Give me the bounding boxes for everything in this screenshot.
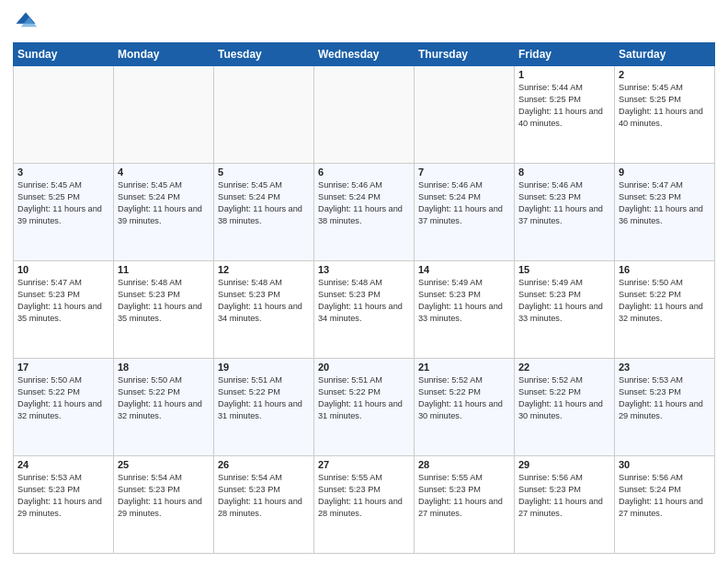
day-info: Sunrise: 5:55 AM Sunset: 5:23 PM Dayligh… — [318, 472, 410, 520]
day-number: 1 — [518, 69, 610, 80]
page: SundayMondayTuesdayWednesdayThursdayFrid… — [0, 0, 728, 563]
calendar-cell: 11Sunrise: 5:48 AM Sunset: 5:23 PM Dayli… — [114, 261, 214, 359]
calendar-cell: 5Sunrise: 5:45 AM Sunset: 5:24 PM Daylig… — [214, 164, 314, 261]
calendar-cell: 30Sunrise: 5:56 AM Sunset: 5:24 PM Dayli… — [615, 456, 715, 554]
calendar-cell: 7Sunrise: 5:46 AM Sunset: 5:24 PM Daylig… — [415, 164, 515, 261]
day-info: Sunrise: 5:50 AM Sunset: 5:22 PM Dayligh… — [17, 374, 109, 422]
weekday-header-saturday: Saturday — [615, 43, 715, 66]
day-number: 12 — [218, 264, 310, 275]
day-info: Sunrise: 5:56 AM Sunset: 5:23 PM Dayligh… — [518, 472, 610, 520]
day-info: Sunrise: 5:53 AM Sunset: 5:23 PM Dayligh… — [619, 374, 711, 422]
day-info: Sunrise: 5:45 AM Sunset: 5:25 PM Dayligh… — [17, 179, 109, 227]
calendar-cell: 18Sunrise: 5:50 AM Sunset: 5:22 PM Dayli… — [114, 359, 214, 456]
calendar-body: 1Sunrise: 5:44 AM Sunset: 5:25 PM Daylig… — [14, 66, 715, 554]
calendar-cell: 13Sunrise: 5:48 AM Sunset: 5:23 PM Dayli… — [314, 261, 415, 359]
calendar-cell: 16Sunrise: 5:50 AM Sunset: 5:22 PM Dayli… — [615, 261, 715, 359]
day-info: Sunrise: 5:51 AM Sunset: 5:22 PM Dayligh… — [218, 374, 310, 422]
calendar-cell — [114, 66, 214, 164]
calendar-cell: 4Sunrise: 5:45 AM Sunset: 5:24 PM Daylig… — [114, 164, 214, 261]
day-info: Sunrise: 5:44 AM Sunset: 5:25 PM Dayligh… — [518, 82, 610, 130]
weekday-header-friday: Friday — [515, 43, 615, 66]
calendar-cell: 6Sunrise: 5:46 AM Sunset: 5:24 PM Daylig… — [314, 164, 415, 261]
calendar-cell: 19Sunrise: 5:51 AM Sunset: 5:22 PM Dayli… — [214, 359, 314, 456]
calendar-cell: 21Sunrise: 5:52 AM Sunset: 5:22 PM Dayli… — [415, 359, 515, 456]
day-number: 2 — [619, 69, 711, 80]
calendar-cell: 22Sunrise: 5:52 AM Sunset: 5:22 PM Dayli… — [515, 359, 615, 456]
day-info: Sunrise: 5:49 AM Sunset: 5:23 PM Dayligh… — [418, 277, 510, 325]
calendar-cell: 3Sunrise: 5:45 AM Sunset: 5:25 PM Daylig… — [14, 164, 114, 261]
calendar-week-3: 10Sunrise: 5:47 AM Sunset: 5:23 PM Dayli… — [14, 261, 715, 359]
day-number: 4 — [118, 167, 210, 178]
logo-icon — [13, 9, 39, 35]
day-number: 30 — [619, 459, 711, 470]
day-info: Sunrise: 5:48 AM Sunset: 5:23 PM Dayligh… — [218, 277, 310, 325]
calendar-cell: 23Sunrise: 5:53 AM Sunset: 5:23 PM Dayli… — [615, 359, 715, 456]
calendar-cell: 28Sunrise: 5:55 AM Sunset: 5:23 PM Dayli… — [415, 456, 515, 554]
day-info: Sunrise: 5:50 AM Sunset: 5:22 PM Dayligh… — [619, 277, 711, 325]
day-number: 23 — [619, 362, 711, 373]
day-info: Sunrise: 5:46 AM Sunset: 5:24 PM Dayligh… — [418, 179, 510, 227]
day-number: 18 — [118, 362, 210, 373]
day-number: 19 — [218, 362, 310, 373]
calendar-cell: 29Sunrise: 5:56 AM Sunset: 5:23 PM Dayli… — [515, 456, 615, 554]
calendar-cell: 1Sunrise: 5:44 AM Sunset: 5:25 PM Daylig… — [515, 66, 615, 164]
day-number: 17 — [17, 362, 109, 373]
day-info: Sunrise: 5:48 AM Sunset: 5:23 PM Dayligh… — [318, 277, 410, 325]
day-info: Sunrise: 5:49 AM Sunset: 5:23 PM Dayligh… — [518, 277, 610, 325]
day-number: 25 — [118, 459, 210, 470]
day-number: 24 — [17, 459, 109, 470]
logo — [13, 9, 42, 35]
calendar-week-4: 17Sunrise: 5:50 AM Sunset: 5:22 PM Dayli… — [14, 359, 715, 456]
day-number: 26 — [218, 459, 310, 470]
calendar-cell: 25Sunrise: 5:54 AM Sunset: 5:23 PM Dayli… — [114, 456, 214, 554]
day-number: 10 — [17, 264, 109, 275]
day-number: 14 — [418, 264, 510, 275]
calendar-cell: 27Sunrise: 5:55 AM Sunset: 5:23 PM Dayli… — [314, 456, 415, 554]
day-number: 6 — [318, 167, 410, 178]
day-info: Sunrise: 5:56 AM Sunset: 5:24 PM Dayligh… — [619, 472, 711, 520]
day-number: 21 — [418, 362, 510, 373]
day-number: 11 — [118, 264, 210, 275]
day-info: Sunrise: 5:45 AM Sunset: 5:25 PM Dayligh… — [619, 82, 711, 130]
day-number: 22 — [518, 362, 610, 373]
day-number: 3 — [17, 167, 109, 178]
calendar-cell: 26Sunrise: 5:54 AM Sunset: 5:23 PM Dayli… — [214, 456, 314, 554]
day-number: 20 — [318, 362, 410, 373]
day-number: 8 — [518, 167, 610, 178]
calendar-cell: 20Sunrise: 5:51 AM Sunset: 5:22 PM Dayli… — [314, 359, 415, 456]
day-number: 28 — [418, 459, 510, 470]
calendar-cell: 15Sunrise: 5:49 AM Sunset: 5:23 PM Dayli… — [515, 261, 615, 359]
calendar-cell — [314, 66, 415, 164]
day-number: 9 — [619, 167, 711, 178]
day-number: 27 — [318, 459, 410, 470]
calendar: SundayMondayTuesdayWednesdayThursdayFrid… — [13, 42, 715, 554]
calendar-cell: 2Sunrise: 5:45 AM Sunset: 5:25 PM Daylig… — [615, 66, 715, 164]
calendar-week-5: 24Sunrise: 5:53 AM Sunset: 5:23 PM Dayli… — [14, 456, 715, 554]
weekday-header-wednesday: Wednesday — [314, 43, 415, 66]
calendar-week-2: 3Sunrise: 5:45 AM Sunset: 5:25 PM Daylig… — [14, 164, 715, 261]
calendar-header-row: SundayMondayTuesdayWednesdayThursdayFrid… — [14, 43, 715, 66]
calendar-cell — [214, 66, 314, 164]
calendar-cell: 8Sunrise: 5:46 AM Sunset: 5:23 PM Daylig… — [515, 164, 615, 261]
day-number: 16 — [619, 264, 711, 275]
day-info: Sunrise: 5:47 AM Sunset: 5:23 PM Dayligh… — [17, 277, 109, 325]
day-number: 29 — [518, 459, 610, 470]
day-info: Sunrise: 5:52 AM Sunset: 5:22 PM Dayligh… — [518, 374, 610, 422]
weekday-header-tuesday: Tuesday — [214, 43, 314, 66]
weekday-header-monday: Monday — [114, 43, 214, 66]
day-info: Sunrise: 5:47 AM Sunset: 5:23 PM Dayligh… — [619, 179, 711, 227]
calendar-week-1: 1Sunrise: 5:44 AM Sunset: 5:25 PM Daylig… — [14, 66, 715, 164]
calendar-cell: 14Sunrise: 5:49 AM Sunset: 5:23 PM Dayli… — [415, 261, 515, 359]
day-info: Sunrise: 5:53 AM Sunset: 5:23 PM Dayligh… — [17, 472, 109, 520]
day-number: 13 — [318, 264, 410, 275]
day-info: Sunrise: 5:48 AM Sunset: 5:23 PM Dayligh… — [118, 277, 210, 325]
day-number: 5 — [218, 167, 310, 178]
day-info: Sunrise: 5:55 AM Sunset: 5:23 PM Dayligh… — [418, 472, 510, 520]
calendar-cell: 17Sunrise: 5:50 AM Sunset: 5:22 PM Dayli… — [14, 359, 114, 456]
day-info: Sunrise: 5:54 AM Sunset: 5:23 PM Dayligh… — [218, 472, 310, 520]
calendar-cell — [415, 66, 515, 164]
day-info: Sunrise: 5:50 AM Sunset: 5:22 PM Dayligh… — [118, 374, 210, 422]
calendar-cell: 9Sunrise: 5:47 AM Sunset: 5:23 PM Daylig… — [615, 164, 715, 261]
day-number: 15 — [518, 264, 610, 275]
day-info: Sunrise: 5:54 AM Sunset: 5:23 PM Dayligh… — [118, 472, 210, 520]
